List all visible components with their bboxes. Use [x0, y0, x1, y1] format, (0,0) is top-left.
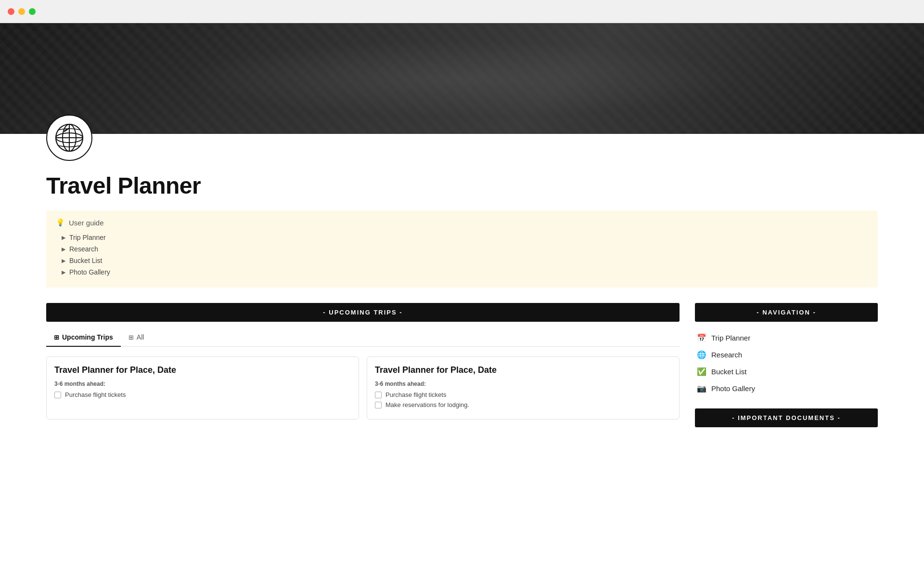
tab-all-label: All [137, 333, 144, 341]
main-content: Travel Planner 💡 User guide ▶ Trip Plann… [0, 161, 924, 456]
user-guide-header: 💡 User guide [56, 218, 868, 227]
globe-svg [52, 120, 87, 155]
guide-item-trip-planner[interactable]: ▶ Trip Planner [56, 232, 868, 243]
checklist-item-2-1: Purchase flight tickets [375, 391, 671, 398]
guide-item-photo-gallery[interactable]: ▶ Photo Gallery [56, 266, 868, 278]
page-icon-area [0, 115, 924, 161]
page-title: Travel Planner [46, 172, 878, 199]
nav-label-trip-planner: Trip Planner [711, 334, 750, 342]
globe-logo-icon [46, 115, 92, 161]
minimize-button[interactable] [18, 8, 25, 15]
guide-link-research[interactable]: Research [69, 245, 98, 253]
right-column: - NAVIGATION - 📅 Trip Planner 🌐 Research… [695, 303, 878, 427]
guide-link-trip-planner[interactable]: Trip Planner [69, 234, 106, 241]
nav-label-research: Research [711, 351, 742, 359]
nav-item-research[interactable]: 🌐 Research [695, 346, 878, 363]
titlebar [0, 0, 924, 23]
tab-upcoming-trips[interactable]: ⊞ Upcoming Trips [46, 329, 121, 347]
guide-link-bucket-list[interactable]: Bucket List [69, 257, 102, 264]
checklist-text-2-1: Purchase flight tickets [385, 391, 446, 398]
calendar-icon: 📅 [697, 333, 706, 342]
nav-label-photo-gallery: Photo Gallery [711, 384, 755, 393]
trip-card-1-title: Travel Planner for Place, Date [54, 365, 351, 376]
checklist-item-1-1: Purchase flight tickets [54, 391, 351, 398]
trip-cards-row: Travel Planner for Place, Date 3-6 month… [46, 356, 680, 420]
checklist-label-2: 3-6 months ahead: [375, 381, 671, 387]
close-button[interactable] [8, 8, 14, 15]
checklist-item-2-2: Make reservations for lodging. [375, 401, 671, 408]
grid-icon-2: ⊞ [128, 334, 134, 341]
checkbox-2-1[interactable] [375, 392, 382, 398]
nav-item-photo-gallery[interactable]: 📷 Photo Gallery [695, 380, 878, 397]
trip-card-2-title: Travel Planner for Place, Date [375, 365, 671, 376]
navigation-header: - NAVIGATION - [695, 303, 878, 322]
left-column: - UPCOMING TRIPS - ⊞ Upcoming Trips ⊞ Al… [46, 303, 680, 420]
lightbulb-icon: 💡 [56, 218, 65, 227]
nav-item-trip-planner[interactable]: 📅 Trip Planner [695, 329, 878, 346]
upcoming-trips-header: - UPCOMING TRIPS - [46, 303, 680, 322]
camera-icon: 📷 [697, 384, 706, 393]
nav-label-bucket-list: Bucket List [711, 368, 746, 376]
maximize-button[interactable] [29, 8, 36, 15]
two-col-layout: - UPCOMING TRIPS - ⊞ Upcoming Trips ⊞ Al… [46, 303, 878, 427]
trip-card-2[interactable]: Travel Planner for Place, Date 3-6 month… [367, 356, 680, 420]
arrow-icon-4: ▶ [62, 269, 65, 276]
checklist-text-2-2: Make reservations for lodging. [385, 401, 469, 408]
arrow-icon-3: ▶ [62, 258, 65, 264]
trip-card-1[interactable]: Travel Planner for Place, Date 3-6 month… [46, 356, 359, 420]
arrow-icon-1: ▶ [62, 235, 65, 241]
checklist-icon: ✅ [697, 367, 706, 376]
checkbox-1-1[interactable] [54, 392, 61, 398]
guide-item-research[interactable]: ▶ Research [56, 243, 868, 255]
guide-link-photo-gallery[interactable]: Photo Gallery [69, 268, 110, 276]
guide-item-bucket-list[interactable]: ▶ Bucket List [56, 255, 868, 266]
navigation-section: - NAVIGATION - 📅 Trip Planner 🌐 Research… [695, 303, 878, 397]
arrow-icon-2: ▶ [62, 246, 65, 252]
checklist-text-1-1: Purchase flight tickets [65, 391, 126, 398]
tab-all[interactable]: ⊞ All [121, 329, 152, 347]
checklist-label-1: 3-6 months ahead: [54, 381, 351, 387]
user-guide-label: User guide [69, 219, 104, 227]
grid-icon-1: ⊞ [54, 334, 59, 341]
trips-tabs: ⊞ Upcoming Trips ⊞ All [46, 329, 680, 347]
globe-nav-icon: 🌐 [697, 350, 706, 359]
user-guide-box: 💡 User guide ▶ Trip Planner ▶ Research ▶… [46, 210, 878, 288]
nav-item-bucket-list[interactable]: ✅ Bucket List [695, 363, 878, 380]
important-docs-header: - IMPORTANT DOCUMENTS - [695, 408, 878, 427]
tab-upcoming-trips-label: Upcoming Trips [62, 333, 113, 341]
checkbox-2-2[interactable] [375, 402, 382, 408]
